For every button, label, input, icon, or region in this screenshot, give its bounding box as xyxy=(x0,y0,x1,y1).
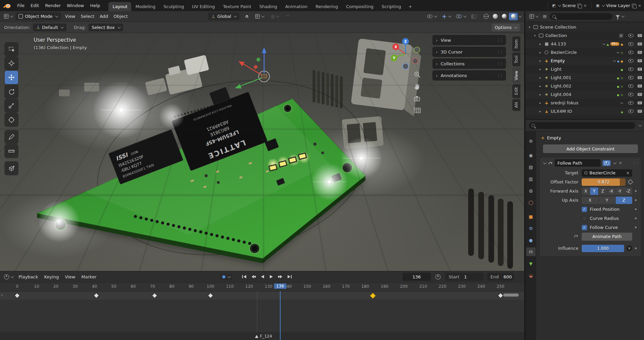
outliner-row-beziercircle[interactable]: ▸BezierCircle↪∪ xyxy=(525,48,644,57)
snap-toggle[interactable]: ∩ xyxy=(244,13,250,20)
panel-expand-chevron[interactable] xyxy=(543,161,547,164)
next-keyframe-button[interactable] xyxy=(276,273,285,281)
topbar-menu-file[interactable]: File xyxy=(14,2,28,9)
timeline-scrollbar[interactable] xyxy=(503,294,519,297)
new-view-layer-icon[interactable] xyxy=(632,4,636,7)
hide-viewport-toggle[interactable] xyxy=(628,84,634,88)
tool-measure[interactable] xyxy=(5,144,18,158)
disclosure-triangle-icon[interactable]: ▸ xyxy=(538,67,542,71)
forward-axis-z[interactable]: Z xyxy=(599,188,607,195)
npanel-section-view[interactable]: ›View⋮⋮ xyxy=(432,35,506,45)
disable-render-toggle[interactable] xyxy=(638,93,642,96)
topbar-menu-help[interactable]: Help xyxy=(87,2,103,9)
shading-wireframe-button[interactable] xyxy=(482,13,490,20)
workspace-tab-rendering[interactable]: Rendering xyxy=(312,2,342,11)
gizmo-y-arrow[interactable] xyxy=(240,78,261,86)
checkbox[interactable]: ✓ xyxy=(582,225,587,230)
end-frame-field[interactable]: End600 xyxy=(487,273,514,281)
orientation-setting-dropdown[interactable]: Default xyxy=(33,24,67,31)
clear-keyframe-button[interactable]: × xyxy=(626,245,632,251)
checkbox[interactable]: ✓ xyxy=(582,207,587,212)
drag-dots-icon[interactable]: ⋮⋮ xyxy=(496,73,503,78)
hide-viewport-toggle[interactable] xyxy=(628,109,634,113)
constraint-name-field[interactable]: Follow Path xyxy=(555,159,601,167)
start-frame-field[interactable]: Start1 xyxy=(445,273,484,281)
timeline-marker[interactable]: F_124 xyxy=(255,334,272,339)
properties-search-input[interactable] xyxy=(529,122,635,129)
topbar-menu-render[interactable]: Render xyxy=(42,2,64,9)
disable-render-toggle[interactable] xyxy=(638,101,642,104)
new-scene-icon[interactable] xyxy=(577,4,581,7)
sidebar-tab-an[interactable]: AN xyxy=(512,99,520,111)
properties-tab-scene[interactable]: ◍ xyxy=(526,186,536,195)
tool-select-box[interactable] xyxy=(5,42,18,56)
workspace-tab-compositing[interactable]: Compositing xyxy=(342,2,378,11)
tool-scale[interactable] xyxy=(5,99,18,112)
playhead-line[interactable] xyxy=(280,291,281,340)
gizmos-menu[interactable] xyxy=(441,13,452,20)
current-frame-field[interactable]: 136 xyxy=(402,273,431,281)
animate-dot[interactable] xyxy=(635,208,637,210)
view-layer-selector[interactable]: ▣ View Layer × xyxy=(594,2,644,9)
playhead-frame-badge[interactable]: 136 xyxy=(274,283,286,289)
keyframe-diamond[interactable] xyxy=(208,293,214,299)
shading-solid-button[interactable] xyxy=(491,13,500,20)
timeline-menu-marker[interactable]: Marker xyxy=(78,273,100,281)
outliner-row-scene-collection[interactable]: ▾Scene Collection xyxy=(525,23,644,31)
tool-move[interactable] xyxy=(5,71,18,84)
sidebar-tab-view[interactable]: View xyxy=(512,68,520,83)
checkbox[interactable] xyxy=(582,216,587,221)
viewport-menu-view[interactable]: View xyxy=(62,13,78,20)
sidebar-tab-item[interactable]: Item xyxy=(512,36,520,52)
properties-tab-render[interactable]: ◉ xyxy=(526,151,536,160)
workspace-tab-scripting[interactable]: Scripting xyxy=(378,2,405,11)
axis-y-neg[interactable] xyxy=(414,47,420,53)
timeline-menu-keying[interactable]: Keying xyxy=(41,273,62,281)
forward-axis-y[interactable]: Y xyxy=(590,188,598,195)
disable-render-toggle[interactable] xyxy=(638,59,642,62)
npanel-section-3d-cursor[interactable]: ›3D Cursor⋮⋮ xyxy=(432,47,506,57)
outliner-row-light-001[interactable]: ▸☀Light.001●∪ xyxy=(525,73,644,82)
tool-cursor[interactable] xyxy=(5,57,18,70)
outliner-row-srednji-fokus[interactable]: ▸+srednji fokus↪ xyxy=(525,99,644,107)
timeline-ruler[interactable]: 136 010203040506070809010011012013014015… xyxy=(0,282,524,292)
constraint-enable-toggle[interactable] xyxy=(603,160,611,166)
outliner-filter[interactable] xyxy=(614,14,625,19)
gizmo-plane-handle[interactable] xyxy=(256,57,261,62)
disclosure-triangle-icon[interactable]: ▸ xyxy=(538,50,542,54)
outliner-row-44-133[interactable]: ▸44.133↪▲99+● xyxy=(525,40,644,48)
prev-keyframe-button[interactable] xyxy=(249,273,257,281)
animate-dot[interactable] xyxy=(635,227,637,228)
properties-tab-output[interactable]: ▤ xyxy=(526,163,536,171)
properties-tab-tool[interactable]: ⚙ xyxy=(526,137,536,145)
animate-path-button[interactable]: Animate Path xyxy=(582,233,632,241)
forward-axis-x[interactable]: X xyxy=(582,188,590,195)
scene-selector[interactable]: ◩ Scene × xyxy=(550,2,589,9)
disable-render-toggle[interactable] xyxy=(638,84,642,88)
overlays-menu[interactable] xyxy=(455,13,468,20)
keyframe-diamond[interactable] xyxy=(152,293,157,299)
outliner-row-ulx4m-io[interactable]: ▸▲ULX4M IO▲ xyxy=(525,107,644,115)
options-dropdown[interactable]: Options xyxy=(492,24,520,31)
properties-tab-constraints[interactable]: ⊓ xyxy=(526,247,536,256)
outliner-row-empty[interactable]: ▸+Empty↪◆● xyxy=(525,57,644,65)
pan-hand-button[interactable] xyxy=(413,82,422,91)
disclosure-triangle-icon[interactable]: ▸ xyxy=(538,109,542,113)
workspace-tab-uv-editing[interactable]: UV Editing xyxy=(188,2,219,11)
timeline-editor-selector[interactable] xyxy=(3,273,15,280)
tool-add-cube[interactable] xyxy=(5,162,18,175)
hide-viewport-toggle[interactable] xyxy=(628,50,634,54)
xray-toggle[interactable] xyxy=(470,13,478,20)
3d-viewport[interactable]: LATTICE LFE5UM-45F 6BG381E AB34RR21 MALA… xyxy=(0,33,524,271)
shading-rendered-button[interactable] xyxy=(509,13,518,20)
outliner-row-light[interactable]: ▸☀Light● xyxy=(525,65,644,73)
properties-tab-material[interactable]: ◒ xyxy=(526,271,536,280)
hide-viewport-toggle[interactable] xyxy=(628,101,634,105)
timeline-menu-playback[interactable]: Playback xyxy=(15,273,41,281)
play-reverse-button[interactable] xyxy=(258,273,266,281)
animate-dot[interactable] xyxy=(635,217,637,219)
tool-rotate[interactable] xyxy=(5,85,18,98)
preview-range-toggle[interactable] xyxy=(434,273,442,280)
drag-setting-dropdown[interactable]: Select Box xyxy=(89,24,123,31)
disclosure-triangle-icon[interactable]: ▾ xyxy=(527,25,532,29)
